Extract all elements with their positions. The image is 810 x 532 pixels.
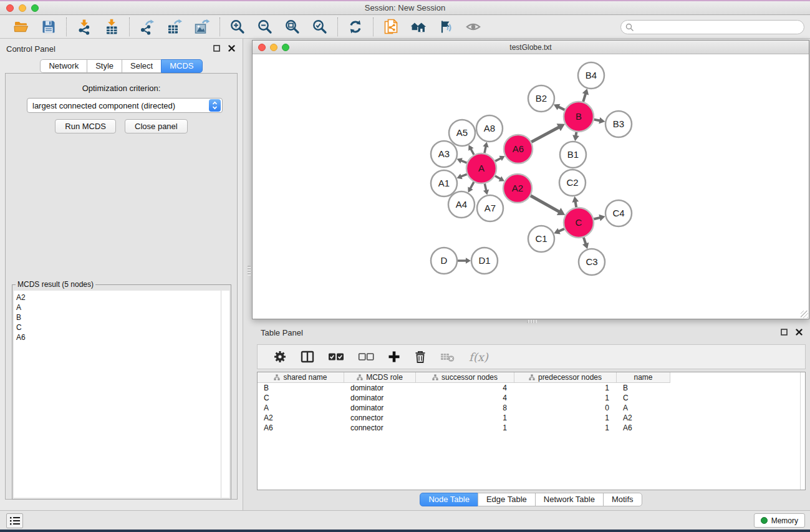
tab-network-table[interactable]: Network Table xyxy=(535,493,604,506)
close-panel-button[interactable]: Close panel xyxy=(125,119,188,133)
column-header-name[interactable]: name xyxy=(617,372,670,383)
delete-column-icon[interactable] xyxy=(414,350,427,364)
split-column-icon[interactable] xyxy=(301,351,314,363)
function-builder-icon[interactable]: f(x) xyxy=(469,351,488,364)
titlebar: Session: New Session xyxy=(0,1,810,15)
zoom-selected-icon[interactable] xyxy=(312,17,328,36)
mcds-result-scrollbar[interactable] xyxy=(221,291,229,498)
graph-edge-A6-B[interactable] xyxy=(531,127,559,142)
desktop-edge xyxy=(0,530,810,532)
float-panel-icon[interactable] xyxy=(213,45,220,52)
graph-edge-C-C1[interactable] xyxy=(559,229,564,231)
mcds-result-list[interactable]: A2ABCA6 xyxy=(14,291,221,498)
table-row[interactable]: Adominator80A xyxy=(258,403,805,413)
zoom-in-icon[interactable] xyxy=(229,17,246,36)
column-header-shared-name[interactable]: shared name xyxy=(258,372,344,383)
vertical-splitter-grip[interactable] xyxy=(248,266,251,276)
tab-select[interactable]: Select xyxy=(122,59,162,73)
network-canvas[interactable]: B4B2BB3A8A5A6A3B1AA1C2A2A4A7C4CC1DD1C3 xyxy=(253,54,809,319)
table-row[interactable]: Cdominator41C xyxy=(258,393,805,403)
graph-edge-A-A1[interactable] xyxy=(461,174,467,177)
mcds-result-item[interactable]: C xyxy=(16,322,221,332)
open-session-icon[interactable] xyxy=(13,17,29,36)
graph-edge-arrowhead xyxy=(572,196,579,203)
open-network-document-icon[interactable] xyxy=(383,17,399,36)
graph-edge-A-A7[interactable] xyxy=(485,183,486,190)
save-session-icon[interactable] xyxy=(41,17,57,36)
table-panel-title: Table Panel xyxy=(261,328,303,337)
graph-edge-C-C2[interactable] xyxy=(576,201,576,207)
graph-edge-A-A3[interactable] xyxy=(461,160,467,163)
graph-node-label: C4 xyxy=(612,208,624,218)
graph-node-label: C1 xyxy=(535,233,547,244)
graph-edge-B-B4[interactable] xyxy=(583,94,586,102)
table-cell: 0 xyxy=(514,403,617,413)
import-network-icon[interactable] xyxy=(76,17,92,36)
search-field[interactable] xyxy=(620,20,804,34)
mcds-result-item[interactable]: A2 xyxy=(16,293,221,302)
graph-node-label: A7 xyxy=(485,203,496,213)
column-header-predecessor-nodes[interactable]: predecessor nodes xyxy=(514,372,617,383)
window-resize-grip[interactable] xyxy=(801,311,808,318)
column-header-successor-nodes[interactable]: successor nodes xyxy=(416,372,514,383)
table-cell: 4 xyxy=(416,383,514,393)
table-row[interactable]: A6connector11A6 xyxy=(258,423,805,433)
add-column-icon[interactable] xyxy=(388,351,400,363)
delete-table-icon[interactable] xyxy=(440,351,455,362)
column-header-mcds-role[interactable]: MCDS role xyxy=(344,372,416,383)
tab-edge-table[interactable]: Edge Table xyxy=(478,493,536,506)
toolbar-separator xyxy=(66,17,67,36)
float-table-panel-icon[interactable] xyxy=(781,329,788,336)
criterion-dropdown[interactable]: largest connected component (directed) xyxy=(27,98,223,113)
graphics-details-flag-icon[interactable] xyxy=(438,17,454,36)
table-row[interactable]: A2connector11A2 xyxy=(258,413,805,423)
mcds-result-item[interactable]: A xyxy=(16,302,221,312)
export-network-icon[interactable] xyxy=(139,17,155,36)
network-window-titlebar[interactable]: testGlobe.txt xyxy=(253,41,809,54)
run-mcds-button[interactable]: Run MCDS xyxy=(55,119,116,133)
show-panels-list-button[interactable] xyxy=(6,513,23,528)
mcds-result-item[interactable]: B xyxy=(16,312,221,322)
export-image-icon[interactable] xyxy=(194,17,210,36)
tab-node-table[interactable]: Node Table xyxy=(420,493,478,506)
graph-edge-A-A5[interactable] xyxy=(471,149,474,155)
graph-edge-B-B2[interactable] xyxy=(558,107,564,110)
search-input[interactable] xyxy=(637,23,804,32)
tab-mcds[interactable]: MCDS xyxy=(161,59,202,73)
export-table-icon[interactable] xyxy=(166,17,183,36)
graph-edge-B-B3[interactable] xyxy=(594,120,600,121)
deselect-all-checkboxes-icon[interactable] xyxy=(358,352,374,361)
refresh-layout-icon[interactable] xyxy=(347,17,364,36)
mcds-result-item[interactable]: A6 xyxy=(16,332,221,342)
memory-button[interactable]: Memory xyxy=(754,513,805,528)
horizontal-splitter-grip[interactable] xyxy=(527,320,537,323)
tab-motifs[interactable]: Motifs xyxy=(603,493,642,506)
table-scrollbar[interactable] xyxy=(800,372,805,490)
criterion-value: largest connected component (directed) xyxy=(27,101,209,110)
graph-node-label: C3 xyxy=(586,256,597,267)
home-layout-icon[interactable] xyxy=(410,17,427,36)
birdseye-eye-icon[interactable] xyxy=(465,17,481,36)
tab-network[interactable]: Network xyxy=(40,59,87,73)
graph-edge-A-A2[interactable] xyxy=(495,176,501,179)
table-row[interactable]: Bdominator41B xyxy=(258,383,805,393)
toolbar-separator xyxy=(219,17,220,36)
zoom-fit-icon[interactable] xyxy=(284,17,301,36)
graph-node-label: B2 xyxy=(536,93,547,104)
zoom-out-icon[interactable] xyxy=(257,17,273,36)
close-table-panel-icon[interactable] xyxy=(796,329,803,336)
main-toolbar xyxy=(0,16,810,39)
graph-edge-A-A8[interactable] xyxy=(485,146,486,153)
import-table-icon[interactable] xyxy=(104,17,120,36)
tab-style[interactable]: Style xyxy=(87,59,122,73)
graph-edge-A-A4[interactable] xyxy=(470,182,474,189)
graph-edge-A2-C[interactable] xyxy=(531,196,559,212)
graph-edge-A-A6[interactable] xyxy=(495,158,501,161)
select-all-checkboxes-icon[interactable] xyxy=(328,352,344,361)
graph-edge-C-C4[interactable] xyxy=(594,218,600,219)
graph-node-label: C xyxy=(576,217,582,228)
graph-edge-C-C3[interactable] xyxy=(584,238,586,244)
gear-icon[interactable] xyxy=(273,350,287,364)
close-panel-icon[interactable] xyxy=(228,45,235,52)
toolbar-separator xyxy=(129,17,130,36)
